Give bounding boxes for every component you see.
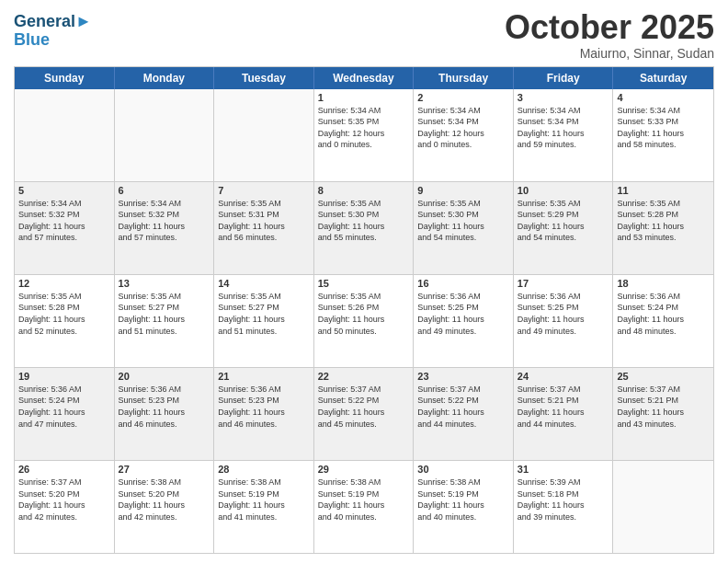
day-number: 1 (318, 92, 410, 103)
day-cell: 10Sunrise: 5:35 AM Sunset: 5:29 PM Dayli… (514, 182, 614, 274)
day-info: Sunrise: 5:35 AM Sunset: 5:31 PM Dayligh… (218, 198, 310, 244)
day-info: Sunrise: 5:36 AM Sunset: 5:24 PM Dayligh… (617, 291, 710, 337)
day-info: Sunrise: 5:34 AM Sunset: 5:32 PM Dayligh… (18, 198, 110, 244)
day-cell: 19Sunrise: 5:36 AM Sunset: 5:24 PM Dayli… (15, 368, 115, 460)
day-name-saturday: Saturday (613, 67, 713, 89)
day-cell: 31Sunrise: 5:39 AM Sunset: 5:18 PM Dayli… (514, 461, 614, 553)
day-info: Sunrise: 5:34 AM Sunset: 5:32 PM Dayligh… (119, 198, 210, 244)
day-cell: 15Sunrise: 5:35 AM Sunset: 5:26 PM Dayli… (314, 275, 415, 367)
day-info: Sunrise: 5:34 AM Sunset: 5:34 PM Dayligh… (518, 105, 609, 151)
day-info: Sunrise: 5:35 AM Sunset: 5:28 PM Dayligh… (617, 198, 710, 244)
day-cell: 1Sunrise: 5:34 AM Sunset: 5:35 PM Daylig… (314, 89, 415, 181)
day-info: Sunrise: 5:36 AM Sunset: 5:25 PM Dayligh… (518, 291, 609, 337)
day-cell (15, 89, 115, 181)
calendar: SundayMondayTuesdayWednesdayThursdayFrid… (14, 66, 714, 554)
day-cell: 5Sunrise: 5:34 AM Sunset: 5:32 PM Daylig… (15, 182, 115, 274)
day-info: Sunrise: 5:37 AM Sunset: 5:21 PM Dayligh… (518, 384, 609, 430)
day-info: Sunrise: 5:35 AM Sunset: 5:30 PM Dayligh… (318, 198, 410, 244)
day-cell: 28Sunrise: 5:38 AM Sunset: 5:19 PM Dayli… (214, 461, 314, 553)
day-cell: 8Sunrise: 5:35 AM Sunset: 5:30 PM Daylig… (314, 182, 415, 274)
day-number: 4 (617, 92, 710, 103)
day-name-monday: Monday (115, 67, 215, 89)
day-number: 16 (417, 278, 509, 289)
day-info: Sunrise: 5:38 AM Sunset: 5:19 PM Dayligh… (218, 477, 310, 523)
day-cell: 18Sunrise: 5:36 AM Sunset: 5:24 PM Dayli… (613, 275, 713, 367)
calendar-body: 1Sunrise: 5:34 AM Sunset: 5:35 PM Daylig… (15, 89, 713, 553)
day-cell: 24Sunrise: 5:37 AM Sunset: 5:21 PM Dayli… (514, 368, 614, 460)
day-number: 19 (18, 371, 110, 382)
day-number: 22 (318, 371, 410, 382)
day-info: Sunrise: 5:35 AM Sunset: 5:30 PM Dayligh… (417, 198, 509, 244)
day-info: Sunrise: 5:35 AM Sunset: 5:28 PM Dayligh… (18, 291, 110, 337)
day-info: Sunrise: 5:38 AM Sunset: 5:19 PM Dayligh… (318, 477, 410, 523)
day-cell (115, 89, 215, 181)
day-cell: 26Sunrise: 5:37 AM Sunset: 5:20 PM Dayli… (15, 461, 115, 553)
day-cell: 27Sunrise: 5:38 AM Sunset: 5:20 PM Dayli… (115, 461, 215, 553)
day-info: Sunrise: 5:36 AM Sunset: 5:25 PM Dayligh… (417, 291, 509, 337)
day-name-wednesday: Wednesday (314, 67, 415, 89)
day-name-friday: Friday (514, 67, 614, 89)
day-number: 27 (119, 464, 210, 475)
day-cell: 11Sunrise: 5:35 AM Sunset: 5:28 PM Dayli… (613, 182, 713, 274)
day-cell: 25Sunrise: 5:37 AM Sunset: 5:21 PM Dayli… (613, 368, 713, 460)
day-cell: 13Sunrise: 5:35 AM Sunset: 5:27 PM Dayli… (115, 275, 215, 367)
day-name-sunday: Sunday (15, 67, 115, 89)
week-row: 12Sunrise: 5:35 AM Sunset: 5:28 PM Dayli… (15, 274, 713, 367)
title-area: October 2025 Maiurno, Sinnar, Sudan (505, 9, 714, 61)
day-info: Sunrise: 5:37 AM Sunset: 5:22 PM Dayligh… (417, 384, 509, 430)
day-number: 11 (617, 185, 710, 196)
page: General► Blue October 2025 Maiurno, Sinn… (0, 0, 728, 563)
day-number: 3 (518, 92, 609, 103)
day-info: Sunrise: 5:35 AM Sunset: 5:27 PM Dayligh… (119, 291, 210, 337)
day-number: 24 (518, 371, 609, 382)
day-number: 5 (18, 185, 110, 196)
day-info: Sunrise: 5:35 AM Sunset: 5:26 PM Dayligh… (318, 291, 410, 337)
day-number: 13 (119, 278, 210, 289)
day-cell: 2Sunrise: 5:34 AM Sunset: 5:34 PM Daylig… (414, 89, 514, 181)
day-number: 14 (218, 278, 310, 289)
day-cell: 14Sunrise: 5:35 AM Sunset: 5:27 PM Dayli… (214, 275, 314, 367)
day-name-tuesday: Tuesday (214, 67, 314, 89)
day-info: Sunrise: 5:37 AM Sunset: 5:20 PM Dayligh… (18, 477, 110, 523)
day-number: 7 (218, 185, 310, 196)
day-number: 31 (518, 464, 609, 475)
day-number: 12 (18, 278, 110, 289)
day-cell: 21Sunrise: 5:36 AM Sunset: 5:23 PM Dayli… (214, 368, 314, 460)
day-number: 15 (318, 278, 410, 289)
day-info: Sunrise: 5:37 AM Sunset: 5:21 PM Dayligh… (617, 384, 710, 430)
day-number: 2 (417, 92, 509, 103)
day-info: Sunrise: 5:39 AM Sunset: 5:18 PM Dayligh… (518, 477, 609, 523)
day-info: Sunrise: 5:35 AM Sunset: 5:27 PM Dayligh… (218, 291, 310, 337)
day-cell (613, 461, 713, 553)
day-number: 21 (218, 371, 310, 382)
day-cell: 29Sunrise: 5:38 AM Sunset: 5:19 PM Dayli… (314, 461, 415, 553)
day-number: 26 (18, 464, 110, 475)
day-cell: 17Sunrise: 5:36 AM Sunset: 5:25 PM Dayli… (514, 275, 614, 367)
day-number: 25 (617, 371, 710, 382)
day-name-thursday: Thursday (414, 67, 514, 89)
day-number: 29 (318, 464, 410, 475)
day-number: 23 (417, 371, 509, 382)
day-number: 8 (318, 185, 410, 196)
week-row: 19Sunrise: 5:36 AM Sunset: 5:24 PM Dayli… (15, 367, 713, 460)
day-cell: 6Sunrise: 5:34 AM Sunset: 5:32 PM Daylig… (115, 182, 215, 274)
day-number: 6 (119, 185, 210, 196)
day-number: 18 (617, 278, 710, 289)
logo-text: General► (14, 13, 92, 31)
day-info: Sunrise: 5:37 AM Sunset: 5:22 PM Dayligh… (318, 384, 410, 430)
day-cell: 30Sunrise: 5:38 AM Sunset: 5:19 PM Dayli… (414, 461, 514, 553)
day-info: Sunrise: 5:36 AM Sunset: 5:23 PM Dayligh… (119, 384, 210, 430)
day-number: 17 (518, 278, 609, 289)
week-row: 1Sunrise: 5:34 AM Sunset: 5:35 PM Daylig… (15, 89, 713, 181)
header: General► Blue October 2025 Maiurno, Sinn… (14, 9, 714, 61)
day-cell: 12Sunrise: 5:35 AM Sunset: 5:28 PM Dayli… (15, 275, 115, 367)
day-cell (214, 89, 314, 181)
day-cell: 23Sunrise: 5:37 AM Sunset: 5:22 PM Dayli… (414, 368, 514, 460)
calendar-header: SundayMondayTuesdayWednesdayThursdayFrid… (15, 67, 713, 89)
day-number: 9 (417, 185, 509, 196)
day-cell: 9Sunrise: 5:35 AM Sunset: 5:30 PM Daylig… (414, 182, 514, 274)
day-info: Sunrise: 5:38 AM Sunset: 5:20 PM Dayligh… (119, 477, 210, 523)
day-info: Sunrise: 5:34 AM Sunset: 5:34 PM Dayligh… (417, 105, 509, 151)
week-row: 5Sunrise: 5:34 AM Sunset: 5:32 PM Daylig… (15, 181, 713, 274)
month-title: October 2025 (505, 9, 714, 46)
